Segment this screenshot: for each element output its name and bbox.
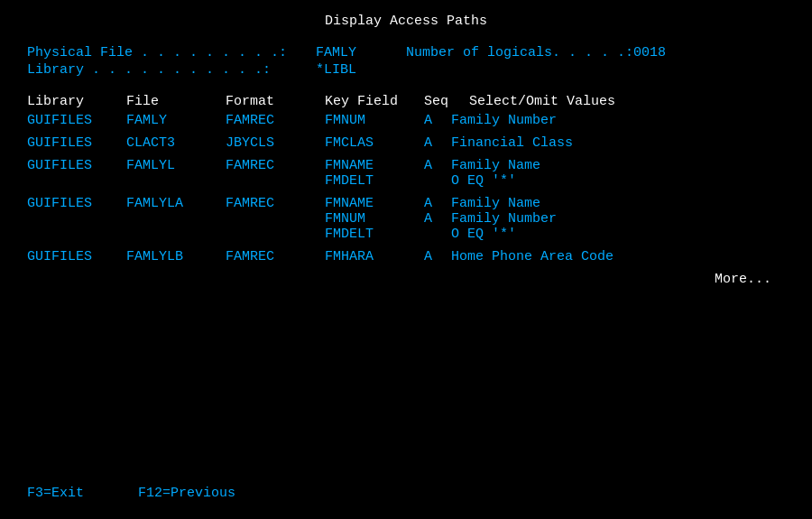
row-file: FAMLY — [126, 113, 226, 128]
row-library: GUIFILES — [27, 135, 126, 151]
field-seq: A — [424, 249, 451, 264]
field-key: FMDELT — [325, 173, 424, 189]
library-label: Library . . . . . . . . . . .: — [27, 62, 316, 78]
field-select-omit: Family Number — [451, 211, 557, 227]
col-header-seq: Seq — [424, 94, 469, 109]
field-seq: A — [424, 135, 451, 151]
field-line: FMDELTO EQ '*' — [325, 173, 540, 189]
more-text: More... — [27, 272, 785, 287]
row-fields: FMCLASAFinancial Class — [325, 135, 573, 151]
field-line: FMDELTO EQ '*' — [325, 227, 557, 242]
row-fields: FMNUMAFamily Number — [325, 113, 557, 128]
screen: Display Access Paths Physical File . . .… — [0, 0, 812, 519]
field-seq — [424, 173, 451, 189]
field-select-omit: Home Phone Area Code — [451, 249, 614, 264]
library-value: *LIBL — [316, 62, 356, 78]
table-row: GUIFILESFAMLYLBFAMRECFMHARAAHome Phone A… — [27, 249, 785, 264]
table-row: GUIFILESFAMLYFAMRECFMNUMAFamily Number — [27, 113, 785, 128]
field-key: FMCLAS — [325, 135, 424, 151]
row-format: FAMREC — [226, 249, 325, 264]
field-select-omit: Family Number — [451, 113, 557, 128]
field-key: FMNAME — [325, 196, 424, 211]
field-key: FMNAME — [325, 158, 424, 173]
field-select-omit: O EQ '*' — [451, 227, 516, 242]
field-key: FMNUM — [325, 211, 424, 227]
row-fields: FMHARAAHome Phone Area Code — [325, 249, 614, 264]
row-file: FAMLYLA — [126, 196, 226, 211]
field-seq: A — [424, 196, 451, 211]
col-header-keyfield: Key Field — [325, 94, 424, 109]
row-format: FAMREC — [226, 196, 325, 211]
num-logicals-label: Number of logicals. . . . .: — [406, 45, 633, 60]
field-select-omit: Family Name — [451, 196, 540, 211]
page-title: Display Access Paths — [27, 14, 785, 29]
num-logicals-value: 0018 — [633, 45, 666, 60]
field-line: FMNUMAFamily Number — [325, 113, 557, 128]
library-row: Library . . . . . . . . . . .: *LIBL — [27, 62, 785, 78]
field-seq — [424, 227, 451, 242]
row-file: CLACT3 — [126, 135, 226, 151]
row-library: GUIFILES — [27, 196, 126, 211]
row-library: GUIFILES — [27, 113, 126, 128]
column-headers: Library File Format Key Field Seq Select… — [27, 94, 785, 109]
col-header-file: File — [126, 94, 226, 109]
field-line: FMNAMEAFamily Name — [325, 158, 540, 173]
field-seq: A — [424, 158, 451, 173]
field-select-omit: Family Name — [451, 158, 540, 173]
function-keys: F3=ExitF12=Previous — [27, 486, 235, 501]
field-key: FMDELT — [325, 227, 424, 242]
field-select-omit: Financial Class — [451, 135, 573, 151]
row-library: GUIFILES — [27, 158, 126, 173]
field-key: FMNUM — [325, 113, 424, 128]
physical-file-label: Physical File . . . . . . . . .: — [27, 45, 316, 60]
field-line: FMHARAAHome Phone Area Code — [325, 249, 614, 264]
row-format: FAMREC — [226, 113, 325, 128]
table-row: GUIFILESFAMLYLFAMRECFMNAMEAFamily NameFM… — [27, 158, 785, 189]
function-key[interactable]: F3=Exit — [27, 486, 84, 501]
table-row: GUIFILESCLACT3JBYCLSFMCLASAFinancial Cla… — [27, 135, 785, 151]
col-header-library: Library — [27, 94, 126, 109]
row-file: FAMLYL — [126, 158, 226, 173]
field-seq: A — [424, 113, 451, 128]
field-seq: A — [424, 211, 451, 227]
row-format: JBYCLS — [226, 135, 325, 151]
row-format: FAMREC — [226, 158, 325, 173]
field-line: FMNAMEAFamily Name — [325, 196, 557, 211]
field-select-omit: O EQ '*' — [451, 173, 516, 189]
field-key: FMHARA — [325, 249, 424, 264]
table-row: GUIFILESFAMLYLAFAMRECFMNAMEAFamily NameF… — [27, 196, 785, 242]
field-line: FMNUMAFamily Number — [325, 211, 557, 227]
col-header-select: Select/Omit Values — [469, 94, 615, 109]
physical-file-row: Physical File . . . . . . . . .: FAMLY N… — [27, 45, 785, 60]
function-key[interactable]: F12=Previous — [138, 486, 235, 501]
row-fields: FMNAMEAFamily NameFMDELTO EQ '*' — [325, 158, 540, 189]
row-library: GUIFILES — [27, 249, 126, 264]
physical-file-value: FAMLY — [316, 45, 406, 60]
col-header-format: Format — [226, 94, 325, 109]
row-fields: FMNAMEAFamily NameFMNUMAFamily NumberFMD… — [325, 196, 557, 242]
data-rows: GUIFILESFAMLYFAMRECFMNUMAFamily NumberGU… — [27, 113, 785, 264]
row-file: FAMLYLB — [126, 249, 226, 264]
field-line: FMCLASAFinancial Class — [325, 135, 573, 151]
